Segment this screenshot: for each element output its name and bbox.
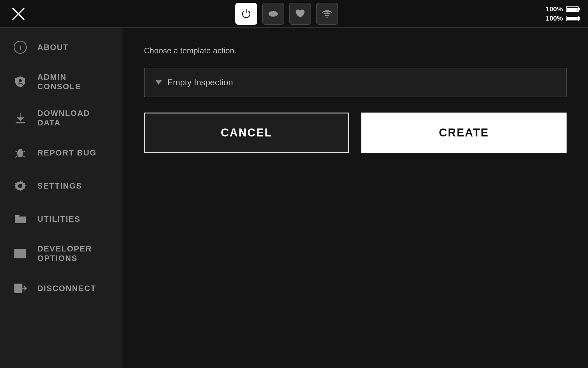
battery-icon-1 bbox=[566, 6, 579, 12]
folder-icon bbox=[12, 211, 28, 227]
svg-line-18 bbox=[23, 156, 25, 157]
download-icon bbox=[12, 110, 28, 126]
power-button[interactable] bbox=[235, 3, 257, 25]
sidebar-item-admin-console[interactable]: ADMIN CONSOLE bbox=[0, 64, 123, 100]
sidebar-item-developer-options[interactable]: DEVELOPER OPTIONS bbox=[0, 236, 123, 272]
top-bar: 100% 100% bbox=[0, 0, 588, 28]
battery-status: 100% 100% bbox=[546, 5, 579, 22]
sidebar-item-report-bug[interactable]: REPORT BUG bbox=[0, 136, 123, 169]
top-center-icons bbox=[235, 3, 338, 25]
chevron-down-icon bbox=[156, 80, 162, 85]
svg-rect-20 bbox=[15, 249, 26, 258]
svg-point-4 bbox=[326, 17, 328, 18]
close-button[interactable] bbox=[9, 5, 28, 23]
exit-icon bbox=[12, 280, 28, 296]
content-panel: Choose a template action. Empty Inspecti… bbox=[123, 28, 588, 368]
shield-icon bbox=[12, 74, 28, 90]
template-selected-value: Empty Inspection bbox=[167, 78, 233, 87]
svg-point-7 bbox=[19, 79, 22, 82]
sidebar-label-disconnect: DISCONNECT bbox=[37, 284, 96, 293]
info-icon: i bbox=[12, 39, 28, 55]
action-buttons: CANCEL CREATE bbox=[144, 113, 567, 153]
eye-button[interactable] bbox=[262, 3, 284, 25]
battery-percent-2: 100% bbox=[546, 14, 563, 22]
sidebar-label-admin-console: ADMIN CONSOLE bbox=[37, 72, 110, 91]
svg-line-14 bbox=[23, 151, 25, 152]
svg-text:i: i bbox=[19, 44, 21, 51]
sidebar-item-download-data[interactable]: DOWNLOAD DATA bbox=[0, 100, 123, 136]
sidebar-item-disconnect[interactable]: DISCONNECT bbox=[0, 272, 123, 305]
heart-button[interactable] bbox=[289, 3, 311, 25]
svg-point-19 bbox=[18, 184, 22, 188]
svg-line-17 bbox=[15, 156, 17, 157]
cancel-button[interactable]: CANCEL bbox=[144, 113, 349, 153]
sidebar-label-report-bug: REPORT BUG bbox=[37, 148, 96, 158]
template-dropdown[interactable]: Empty Inspection bbox=[144, 68, 567, 97]
instruction-text: Choose a template action. bbox=[144, 46, 567, 56]
sidebar-item-settings[interactable]: SETTINGS bbox=[0, 169, 123, 202]
sidebar-item-about[interactable]: i ABOUT bbox=[0, 31, 123, 64]
battery-icon-2 bbox=[566, 16, 579, 21]
svg-rect-24 bbox=[15, 284, 22, 293]
svg-point-3 bbox=[272, 12, 274, 15]
svg-point-12 bbox=[18, 149, 22, 152]
sidebar-label-about: ABOUT bbox=[37, 43, 69, 52]
battery-percent-1: 100% bbox=[546, 5, 563, 13]
create-button[interactable]: CREATE bbox=[361, 113, 567, 153]
code-icon bbox=[12, 246, 28, 262]
wifi-button[interactable] bbox=[316, 3, 338, 25]
sidebar-item-utilities[interactable]: UTILITIES bbox=[0, 202, 123, 236]
sidebar-label-settings: SETTINGS bbox=[37, 181, 82, 191]
sidebar-label-developer-options: DEVELOPER OPTIONS bbox=[37, 244, 110, 263]
battery-row-1: 100% bbox=[546, 5, 579, 13]
gear-icon bbox=[12, 178, 28, 194]
sidebar-label-utilities: UTILITIES bbox=[37, 214, 81, 224]
bug-icon bbox=[12, 145, 28, 161]
svg-line-13 bbox=[15, 151, 17, 152]
sidebar: i ABOUT ADMIN CONSOLE bbox=[0, 28, 123, 368]
battery-row-2: 100% bbox=[546, 14, 579, 22]
main-layout: i ABOUT ADMIN CONSOLE bbox=[0, 28, 588, 368]
sidebar-label-download-data: DOWNLOAD DATA bbox=[37, 109, 110, 128]
